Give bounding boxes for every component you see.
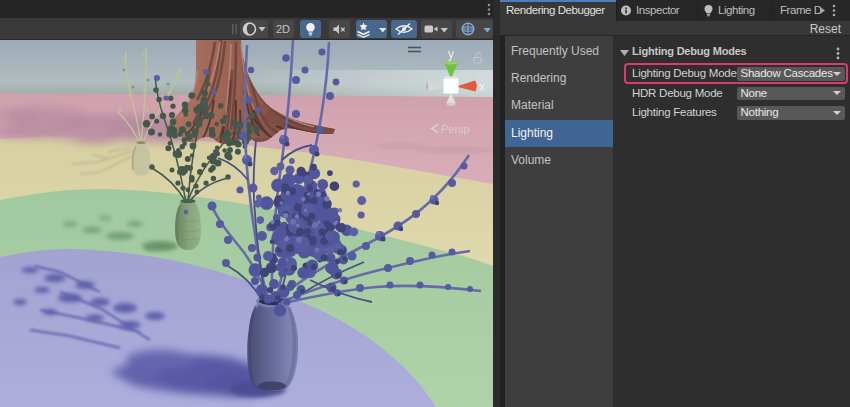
svg-text:y: y: [448, 47, 454, 61]
svg-text:Persp: Persp: [441, 123, 470, 135]
svg-text:x: x: [479, 80, 485, 94]
